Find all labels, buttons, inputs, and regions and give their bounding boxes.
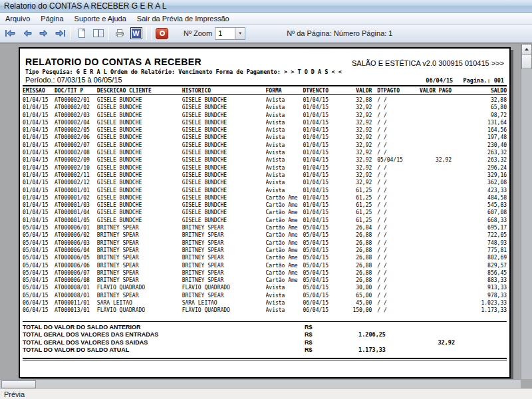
window-titlebar[interactable]: Relatorio do CONTAS A RECEBER G E R A L — [0, 0, 532, 13]
table-row: 01/04/15 AT000002/03 GISELE BUNDCHE GISE… — [23, 112, 507, 119]
horizontal-scrollbar[interactable] — [0, 379, 521, 388]
previous-page-button[interactable] — [19, 26, 35, 41]
table-row: 01/04/15 AT000002/10 GISELE BUNDCHE GISE… — [23, 164, 507, 172]
next-page-icon — [39, 28, 49, 39]
export-word-button[interactable]: W — [128, 26, 144, 41]
preview-pane: RELATORIO DO CONTAS A RECEBER SALÃO E ES… — [0, 43, 532, 388]
table-row: 01/04/15 AT000002/09 GISELE BUNDCHE GISE… — [23, 156, 507, 164]
print-icon — [114, 28, 125, 39]
menu-bar: ArquivoPáginaSuporte e AjudaSair da Prév… — [0, 13, 532, 25]
table-body: 01/04/15 AT000002/01 GISELE BUNDCHE GISE… — [23, 96, 507, 315]
app-window: Relatorio do CONTAS A RECEBER G E R A L … — [0, 0, 532, 43]
table-header: EMISSAO DOC/TIT P DESCRICAO CLIENTE HIST… — [23, 86, 507, 94]
table-row: 01/04/15 AT000001/01 GISELE BUNDCHE GISE… — [23, 187, 507, 194]
chevron-down-icon[interactable]: ▼ — [235, 28, 245, 39]
table-row: 01/04/15 AT000002/01 GISELE BUNDCHE GISE… — [23, 96, 507, 104]
divider — [23, 94, 507, 95]
report-title: RELATORIO DO CONTAS A RECEBER — [25, 57, 201, 67]
first-page-icon — [5, 28, 16, 39]
table-row: 01/04/15 AT000002/12 GISELE BUNDCHE GISE… — [23, 179, 507, 186]
table-row: 01/04/15 AT000002/07 GISELE BUNDCHE GISE… — [23, 142, 507, 149]
toolbar-separator — [70, 27, 71, 40]
table-row: 05/04/15 AT000006/04 BRITNEY SPEAR BRITN… — [23, 247, 507, 254]
table-row: 05/04/15 AT000006/06 BRITNEY SPEAR BRITN… — [23, 262, 507, 269]
single-page-view-button[interactable] — [73, 26, 90, 41]
table-row: 01/04/15 AT000001/02 GISELE BUNDCHE GISE… — [23, 194, 507, 201]
last-page-button[interactable] — [52, 26, 68, 41]
previous-page-icon — [22, 28, 33, 39]
print-button[interactable] — [111, 26, 128, 41]
menu-item[interactable]: Suporte e Ajuda — [69, 13, 132, 24]
table-row: 01/04/15 AT000001/05 GISELE BUNDCHE GISE… — [23, 217, 507, 224]
table-row: 05/04/15 AT000006/08 BRITNEY SPEAR BRITN… — [23, 277, 507, 284]
table-row: 06/04/15 AT000013/01 FLÁVIO QUADRADO FLÁ… — [23, 307, 507, 314]
divider — [23, 358, 507, 360]
table-row: 01/04/15 AT000002/08 GISELE BUNDCHE GISE… — [23, 149, 507, 156]
menu-item[interactable]: Página — [35, 13, 68, 24]
zoom-select[interactable]: 1 ▼ — [215, 27, 245, 40]
toolbar-separator — [151, 27, 152, 40]
divider — [23, 321, 507, 322]
status-text: Prévia — [4, 390, 25, 398]
arrow-up-icon — [525, 48, 529, 51]
total-row: TOTAL DO VALOR DO SALDO ATUAL R$ 1.173,3… — [23, 346, 507, 354]
table-row: 05/04/15 AT000006/01 BRITNEY SPEAR BRITN… — [23, 224, 507, 231]
table-row: 05/04/15 AT000008/01 BRITNEY SPEAR BRITN… — [23, 292, 507, 299]
next-page-button[interactable] — [35, 26, 52, 41]
scroll-up-button[interactable] — [521, 44, 532, 55]
app-version-text: SALÃO E ESTÉTICA v2.0 300915 010415 >>> — [352, 59, 504, 67]
table-row: 01/04/15 AT000002/05 GISELE BUNDCHE GISE… — [23, 126, 507, 134]
zoom-value: 1 — [215, 28, 235, 39]
horizontal-scroll-thumb[interactable] — [1, 380, 36, 388]
total-row: TOTAL GERAL DOS VALORES DAS SAIDAS R$ 32… — [23, 339, 507, 347]
table-row: 01/04/15 AT000002/02 GISELE BUNDCHE GISE… — [23, 104, 507, 111]
table-row: 06/04/15 AT000011/01 SARA LEITAO SARA LE… — [23, 299, 507, 307]
single-page-icon — [76, 28, 87, 39]
zoom-label: Nº Zoom — [184, 29, 212, 37]
table-row: 05/04/15 AT000006/02 BRITNEY SPEAR BRITN… — [23, 231, 507, 239]
toolbar-separator — [146, 27, 147, 40]
table-row: 05/04/15 AT000008/01 FLÁVIO QUADRADO FLÁ… — [23, 284, 507, 291]
table-row: 05/04/15 AT000006/03 BRITNEY SPEAR BRITN… — [23, 239, 507, 247]
menu-item[interactable]: Arquivo — [0, 13, 35, 24]
close-preview-button[interactable] — [154, 26, 170, 41]
close-preview-icon — [156, 28, 168, 39]
page-number-info: Nº da Página: Número Página: 1 — [287, 29, 392, 37]
table-row: 01/04/15 AT000002/04 GISELE BUNDCHE GISE… — [23, 119, 507, 126]
total-row: TOTAL GERAL DOS VALORES DAS ENTRADAS R$ … — [23, 331, 507, 339]
two-pages-view-button[interactable] — [90, 26, 106, 41]
vertical-scrollbar[interactable] — [521, 44, 532, 379]
word-export-icon: W — [130, 27, 142, 39]
last-page-icon — [55, 28, 66, 39]
two-pages-icon — [92, 28, 104, 39]
table-row: 01/04/15 AT000001/04 GISELE BUNDCHE GISE… — [23, 209, 507, 216]
status-bar: Prévia — [0, 388, 532, 399]
report-page: RELATORIO DO CONTAS A RECEBER SALÃO E ES… — [19, 47, 511, 378]
first-page-button[interactable] — [2, 26, 19, 41]
menu-item[interactable]: Sair da Prévia de Impressão — [132, 13, 235, 24]
table-row: 01/04/15 AT000002/06 GISELE BUNDCHE GISE… — [23, 134, 507, 141]
table-row: 05/04/15 AT000006/05 BRITNEY SPEAR BRITN… — [23, 254, 507, 261]
table-row: 05/04/15 AT000006/07 BRITNEY SPEAR BRITN… — [23, 269, 507, 277]
toolbar-separator — [108, 27, 109, 40]
window-title: Relatorio do CONTAS A RECEBER G E R A L — [4, 1, 167, 11]
table-row: 01/04/15 AT000002/11 GISELE BUNDCHE GISE… — [23, 172, 507, 179]
report-filters: Tipo Pesquisa: G E R A L Ordem do Relató… — [25, 68, 504, 75]
report-period: Período.: 07/03/15 à 06/05/15 — [25, 76, 122, 84]
report-date-page: 06/04/15 Pagina.: 001 — [426, 77, 504, 84]
totals-section: TOTAL DO VALOR DO SALDO ANTERIOR R$ TOTA… — [23, 324, 507, 354]
vertical-scroll-thumb[interactable] — [521, 55, 532, 69]
table-row: 01/04/15 AT000001/03 GISELE BUNDCHE GISE… — [23, 201, 507, 209]
toolbar: W Nº Zoom 1 ▼ Nº da Página: Número Págin… — [0, 25, 532, 43]
total-row: TOTAL DO VALOR DO SALDO ANTERIOR R$ — [23, 324, 507, 332]
